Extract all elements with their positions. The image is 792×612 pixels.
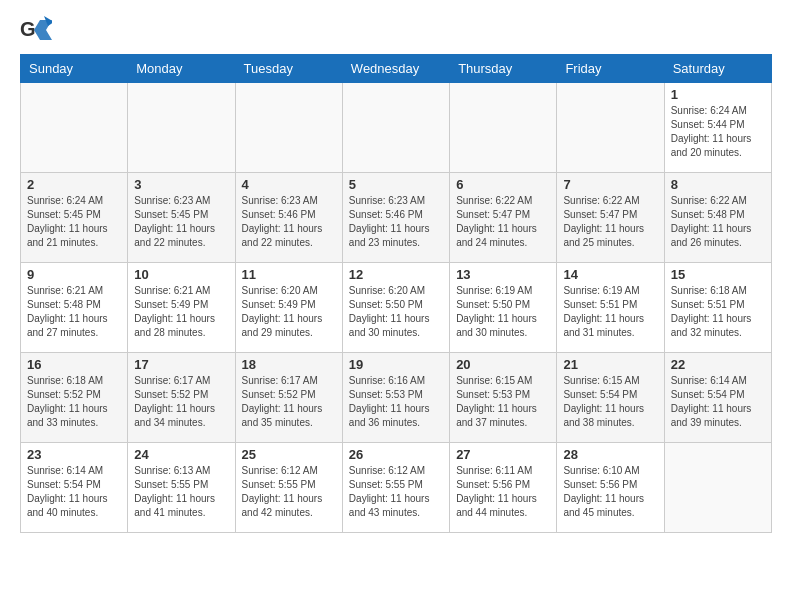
day-number: 6 bbox=[456, 177, 550, 192]
day-info: Sunrise: 6:17 AM Sunset: 5:52 PM Dayligh… bbox=[242, 374, 336, 430]
calendar-cell bbox=[128, 83, 235, 173]
day-info: Sunrise: 6:13 AM Sunset: 5:55 PM Dayligh… bbox=[134, 464, 228, 520]
calendar-cell: 24Sunrise: 6:13 AM Sunset: 5:55 PM Dayli… bbox=[128, 443, 235, 533]
calendar-cell bbox=[450, 83, 557, 173]
calendar-week-row: 16Sunrise: 6:18 AM Sunset: 5:52 PM Dayli… bbox=[21, 353, 772, 443]
calendar-header-sunday: Sunday bbox=[21, 55, 128, 83]
calendar-header-tuesday: Tuesday bbox=[235, 55, 342, 83]
calendar-cell: 22Sunrise: 6:14 AM Sunset: 5:54 PM Dayli… bbox=[664, 353, 771, 443]
calendar-cell: 26Sunrise: 6:12 AM Sunset: 5:55 PM Dayli… bbox=[342, 443, 449, 533]
header: G bbox=[20, 16, 772, 44]
calendar-cell: 3Sunrise: 6:23 AM Sunset: 5:45 PM Daylig… bbox=[128, 173, 235, 263]
day-info: Sunrise: 6:12 AM Sunset: 5:55 PM Dayligh… bbox=[242, 464, 336, 520]
day-number: 21 bbox=[563, 357, 657, 372]
calendar-cell: 27Sunrise: 6:11 AM Sunset: 5:56 PM Dayli… bbox=[450, 443, 557, 533]
day-info: Sunrise: 6:19 AM Sunset: 5:50 PM Dayligh… bbox=[456, 284, 550, 340]
calendar-header-wednesday: Wednesday bbox=[342, 55, 449, 83]
day-number: 2 bbox=[27, 177, 121, 192]
svg-text:G: G bbox=[20, 18, 36, 40]
calendar-cell: 10Sunrise: 6:21 AM Sunset: 5:49 PM Dayli… bbox=[128, 263, 235, 353]
calendar-cell: 12Sunrise: 6:20 AM Sunset: 5:50 PM Dayli… bbox=[342, 263, 449, 353]
day-number: 23 bbox=[27, 447, 121, 462]
day-number: 20 bbox=[456, 357, 550, 372]
calendar-cell bbox=[342, 83, 449, 173]
day-number: 4 bbox=[242, 177, 336, 192]
day-number: 5 bbox=[349, 177, 443, 192]
day-number: 26 bbox=[349, 447, 443, 462]
calendar-table: SundayMondayTuesdayWednesdayThursdayFrid… bbox=[20, 54, 772, 533]
day-number: 28 bbox=[563, 447, 657, 462]
day-number: 16 bbox=[27, 357, 121, 372]
day-number: 25 bbox=[242, 447, 336, 462]
calendar-header-thursday: Thursday bbox=[450, 55, 557, 83]
logo: G bbox=[20, 16, 56, 44]
day-number: 14 bbox=[563, 267, 657, 282]
calendar-cell: 13Sunrise: 6:19 AM Sunset: 5:50 PM Dayli… bbox=[450, 263, 557, 353]
day-info: Sunrise: 6:21 AM Sunset: 5:48 PM Dayligh… bbox=[27, 284, 121, 340]
day-info: Sunrise: 6:12 AM Sunset: 5:55 PM Dayligh… bbox=[349, 464, 443, 520]
day-info: Sunrise: 6:15 AM Sunset: 5:54 PM Dayligh… bbox=[563, 374, 657, 430]
day-info: Sunrise: 6:15 AM Sunset: 5:53 PM Dayligh… bbox=[456, 374, 550, 430]
day-info: Sunrise: 6:22 AM Sunset: 5:48 PM Dayligh… bbox=[671, 194, 765, 250]
calendar-week-row: 2Sunrise: 6:24 AM Sunset: 5:45 PM Daylig… bbox=[21, 173, 772, 263]
logo-icon: G bbox=[20, 16, 52, 44]
day-number: 17 bbox=[134, 357, 228, 372]
day-number: 9 bbox=[27, 267, 121, 282]
day-number: 13 bbox=[456, 267, 550, 282]
calendar-cell: 16Sunrise: 6:18 AM Sunset: 5:52 PM Dayli… bbox=[21, 353, 128, 443]
calendar-cell: 8Sunrise: 6:22 AM Sunset: 5:48 PM Daylig… bbox=[664, 173, 771, 263]
calendar-cell bbox=[235, 83, 342, 173]
calendar-cell bbox=[664, 443, 771, 533]
calendar-cell: 14Sunrise: 6:19 AM Sunset: 5:51 PM Dayli… bbox=[557, 263, 664, 353]
day-info: Sunrise: 6:14 AM Sunset: 5:54 PM Dayligh… bbox=[27, 464, 121, 520]
calendar-cell: 20Sunrise: 6:15 AM Sunset: 5:53 PM Dayli… bbox=[450, 353, 557, 443]
day-info: Sunrise: 6:23 AM Sunset: 5:45 PM Dayligh… bbox=[134, 194, 228, 250]
calendar-cell: 1Sunrise: 6:24 AM Sunset: 5:44 PM Daylig… bbox=[664, 83, 771, 173]
calendar-cell: 9Sunrise: 6:21 AM Sunset: 5:48 PM Daylig… bbox=[21, 263, 128, 353]
day-number: 8 bbox=[671, 177, 765, 192]
day-info: Sunrise: 6:22 AM Sunset: 5:47 PM Dayligh… bbox=[563, 194, 657, 250]
day-info: Sunrise: 6:17 AM Sunset: 5:52 PM Dayligh… bbox=[134, 374, 228, 430]
day-info: Sunrise: 6:23 AM Sunset: 5:46 PM Dayligh… bbox=[349, 194, 443, 250]
calendar-cell: 25Sunrise: 6:12 AM Sunset: 5:55 PM Dayli… bbox=[235, 443, 342, 533]
day-number: 18 bbox=[242, 357, 336, 372]
day-number: 1 bbox=[671, 87, 765, 102]
day-info: Sunrise: 6:21 AM Sunset: 5:49 PM Dayligh… bbox=[134, 284, 228, 340]
calendar-cell: 18Sunrise: 6:17 AM Sunset: 5:52 PM Dayli… bbox=[235, 353, 342, 443]
calendar-cell: 23Sunrise: 6:14 AM Sunset: 5:54 PM Dayli… bbox=[21, 443, 128, 533]
day-number: 24 bbox=[134, 447, 228, 462]
calendar-header-row: SundayMondayTuesdayWednesdayThursdayFrid… bbox=[21, 55, 772, 83]
calendar-cell: 6Sunrise: 6:22 AM Sunset: 5:47 PM Daylig… bbox=[450, 173, 557, 263]
calendar-header-saturday: Saturday bbox=[664, 55, 771, 83]
day-info: Sunrise: 6:16 AM Sunset: 5:53 PM Dayligh… bbox=[349, 374, 443, 430]
day-info: Sunrise: 6:22 AM Sunset: 5:47 PM Dayligh… bbox=[456, 194, 550, 250]
calendar-cell: 11Sunrise: 6:20 AM Sunset: 5:49 PM Dayli… bbox=[235, 263, 342, 353]
calendar-cell: 7Sunrise: 6:22 AM Sunset: 5:47 PM Daylig… bbox=[557, 173, 664, 263]
calendar-header-friday: Friday bbox=[557, 55, 664, 83]
day-number: 27 bbox=[456, 447, 550, 462]
day-number: 7 bbox=[563, 177, 657, 192]
calendar-cell: 21Sunrise: 6:15 AM Sunset: 5:54 PM Dayli… bbox=[557, 353, 664, 443]
page-container: G SundayMondayTuesdayWednesdayThursdayFr… bbox=[0, 0, 792, 549]
calendar-cell: 17Sunrise: 6:17 AM Sunset: 5:52 PM Dayli… bbox=[128, 353, 235, 443]
calendar-cell: 2Sunrise: 6:24 AM Sunset: 5:45 PM Daylig… bbox=[21, 173, 128, 263]
day-number: 19 bbox=[349, 357, 443, 372]
day-number: 3 bbox=[134, 177, 228, 192]
day-info: Sunrise: 6:11 AM Sunset: 5:56 PM Dayligh… bbox=[456, 464, 550, 520]
calendar-header-monday: Monday bbox=[128, 55, 235, 83]
calendar-cell: 28Sunrise: 6:10 AM Sunset: 5:56 PM Dayli… bbox=[557, 443, 664, 533]
calendar-cell: 19Sunrise: 6:16 AM Sunset: 5:53 PM Dayli… bbox=[342, 353, 449, 443]
calendar-cell bbox=[21, 83, 128, 173]
calendar-cell: 4Sunrise: 6:23 AM Sunset: 5:46 PM Daylig… bbox=[235, 173, 342, 263]
day-info: Sunrise: 6:18 AM Sunset: 5:51 PM Dayligh… bbox=[671, 284, 765, 340]
day-info: Sunrise: 6:18 AM Sunset: 5:52 PM Dayligh… bbox=[27, 374, 121, 430]
day-number: 22 bbox=[671, 357, 765, 372]
day-info: Sunrise: 6:20 AM Sunset: 5:49 PM Dayligh… bbox=[242, 284, 336, 340]
day-info: Sunrise: 6:24 AM Sunset: 5:44 PM Dayligh… bbox=[671, 104, 765, 160]
calendar-week-row: 1Sunrise: 6:24 AM Sunset: 5:44 PM Daylig… bbox=[21, 83, 772, 173]
day-info: Sunrise: 6:20 AM Sunset: 5:50 PM Dayligh… bbox=[349, 284, 443, 340]
day-number: 11 bbox=[242, 267, 336, 282]
calendar-cell: 15Sunrise: 6:18 AM Sunset: 5:51 PM Dayli… bbox=[664, 263, 771, 353]
day-info: Sunrise: 6:24 AM Sunset: 5:45 PM Dayligh… bbox=[27, 194, 121, 250]
day-info: Sunrise: 6:10 AM Sunset: 5:56 PM Dayligh… bbox=[563, 464, 657, 520]
